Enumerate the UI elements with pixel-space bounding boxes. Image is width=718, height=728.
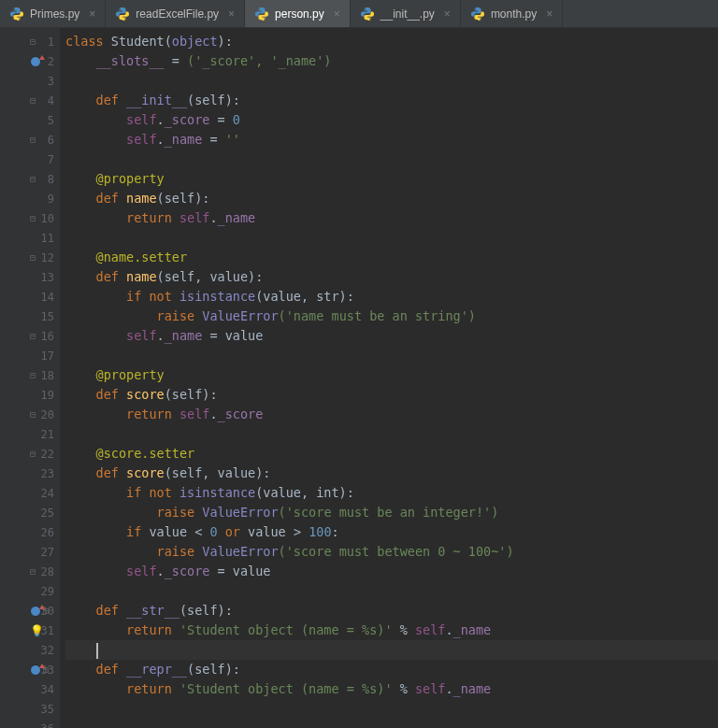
line-number: 7 [36, 153, 54, 166]
line-number: 35 [36, 703, 54, 716]
tab-init[interactable]: __init__.py × [351, 0, 461, 27]
close-icon[interactable]: × [228, 7, 235, 21]
line-number: 36 [36, 722, 54, 729]
line-number: 14 [36, 291, 54, 304]
line-number: 9 [36, 193, 54, 206]
code-line: def score(self): [65, 385, 718, 405]
code-line: @property [65, 169, 718, 189]
code-line: @name.setter [65, 248, 718, 267]
code-line: __slots__ = ('_score', '_name') [65, 51, 718, 71]
code-line: @score.setter [65, 444, 718, 464]
line-number: 19 [36, 389, 54, 402]
line-number: 34 [36, 683, 54, 696]
code-line: raise ValueError('score must be an integ… [65, 503, 718, 522]
tab-label: month.py [491, 7, 537, 21]
line-number: 3 [36, 75, 54, 88]
code-line: def score(self, value): [65, 464, 718, 483]
line-number: 25 [36, 507, 54, 520]
tab-label: Primes.py [30, 7, 79, 21]
fold-icon[interactable]: ⊟ [30, 213, 36, 223]
fold-icon[interactable]: ⊟ [30, 370, 36, 380]
code-line [65, 719, 718, 728]
code-line: if value < 0 or value > 100: [65, 522, 718, 542]
tab-bar: Primes.py × readExcelFile.py × person.py… [0, 0, 718, 28]
line-number: 11 [36, 232, 54, 245]
code-line-cursor [65, 640, 718, 660]
code-line: self._name = '' [65, 130, 718, 150]
code-line [65, 699, 718, 719]
fold-icon[interactable]: ⊟ [30, 135, 36, 145]
code-line: return self._name [65, 208, 718, 228]
override-icon[interactable] [30, 606, 41, 617]
code-line: @property [65, 365, 718, 385]
tab-primes[interactable]: Primes.py × [0, 0, 106, 27]
line-number: 26 [36, 526, 54, 539]
code-line: raise ValueError('name must be an string… [65, 307, 718, 326]
code-line: return 'Student object (name = %s)' % se… [65, 621, 718, 640]
code-line: self._score = 0 [65, 110, 718, 130]
tab-person[interactable]: person.py × [245, 0, 351, 27]
caret [96, 643, 98, 659]
close-icon[interactable]: × [334, 7, 340, 21]
gutter: 1⊟ 2 3 4⊟ 5 6⊟ 7 8⊟ 9 10⊟ 11 12⊟ 13 14 1… [0, 28, 60, 728]
line-number: 27 [36, 546, 54, 559]
fold-icon[interactable]: ⊟ [30, 409, 36, 420]
code-line [65, 71, 718, 91]
bulb-icon[interactable]: 💡 [30, 624, 44, 637]
editor: 1⊟ 2 3 4⊟ 5 6⊟ 7 8⊟ 9 10⊟ 11 12⊟ 13 14 1… [0, 28, 718, 728]
fold-icon[interactable]: ⊟ [30, 174, 36, 184]
code-line: class Student(object): [65, 32, 718, 51]
line-number: 29 [36, 585, 54, 598]
tab-label: readExcelFile.py [136, 7, 219, 21]
code-line: def name(self): [65, 189, 718, 208]
code-line: def __repr__(self): [65, 660, 718, 679]
code-line: self._name = value [65, 326, 718, 346]
line-number: 5 [36, 114, 54, 127]
fold-icon[interactable]: ⊟ [30, 566, 36, 577]
line-number: 13 [36, 271, 54, 284]
code-area[interactable]: class Student(object): __slots__ = ('_sc… [60, 28, 718, 728]
override-icon[interactable] [30, 664, 41, 676]
code-line [65, 424, 718, 444]
tab-label: person.py [275, 7, 324, 21]
code-line: return 'Student object (name = %s)' % se… [65, 679, 718, 699]
python-icon [254, 7, 269, 21]
fold-icon[interactable]: ⊟ [30, 36, 36, 47]
tab-month[interactable]: month.py × [461, 0, 563, 27]
line-number: 21 [36, 428, 54, 441]
python-icon [470, 7, 485, 21]
python-icon [360, 7, 375, 21]
code-line [65, 346, 718, 365]
fold-icon[interactable]: ⊟ [30, 331, 36, 341]
code-line [65, 581, 718, 601]
tab-label: __init__.py [381, 7, 435, 21]
python-icon [9, 7, 24, 21]
code-line: return self._score [65, 405, 718, 424]
code-line [65, 150, 718, 169]
line-number: 24 [36, 487, 54, 500]
code-line [65, 228, 718, 248]
code-line: def __init__(self): [65, 91, 718, 110]
code-line: raise ValueError('score must between 0 ~… [65, 542, 718, 562]
close-icon[interactable]: × [89, 7, 95, 21]
tab-readexcel[interactable]: readExcelFile.py × [106, 0, 245, 27]
code-line: def __str__(self): [65, 601, 718, 621]
close-icon[interactable]: × [546, 7, 553, 21]
code-line: def name(self, value): [65, 267, 718, 287]
line-number: 32 [36, 644, 54, 657]
override-icon[interactable] [30, 56, 41, 67]
line-number: 15 [36, 310, 54, 323]
line-number: 23 [36, 467, 54, 480]
fold-icon[interactable]: ⊟ [30, 449, 36, 459]
fold-icon[interactable]: ⊟ [30, 252, 36, 263]
python-icon [115, 7, 130, 21]
line-number: 17 [36, 350, 54, 363]
close-icon[interactable]: × [444, 7, 451, 21]
code-line: self._score = value [65, 562, 718, 581]
code-line: if not isinstance(value, int): [65, 483, 718, 503]
fold-icon[interactable]: ⊟ [30, 95, 36, 106]
code-line: if not isinstance(value, str): [65, 287, 718, 307]
